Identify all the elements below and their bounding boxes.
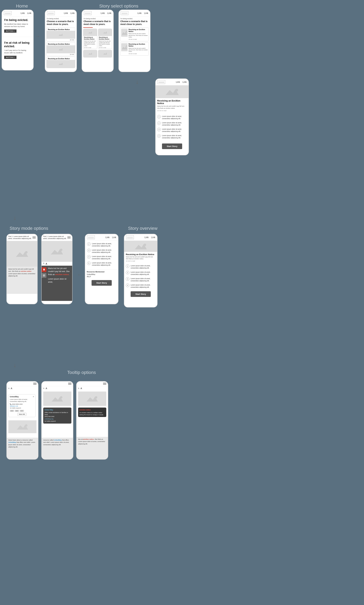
- font-size-large[interactable]: A: [46, 263, 47, 265]
- toc2-text3: Lorem ipsum dolor sit amet, consectetur …: [131, 277, 156, 282]
- grid-card4[interactable]: [98, 50, 112, 57]
- dark-tooltip-website[interactable]: unitedway.org: [44, 418, 70, 420]
- tooltip-phone2-font-small[interactable]: A: [43, 388, 44, 389]
- dark-tooltip-phone: (404) 555-2000: [44, 416, 70, 418]
- tooltip-phone2-fontsize-row: A A: [42, 386, 73, 390]
- tooltip-card1-website[interactable]: Website Link: [10, 405, 34, 407]
- font-size-small[interactable]: A: [43, 263, 44, 265]
- tooltip-phone1-blue-link[interactable]: UnitedWay: [8, 441, 16, 443]
- toc2-item1: 1 Lorem ipsum dolor sit amet, consectetu…: [126, 264, 156, 269]
- tooltip-phone1-font-small[interactable]: A: [8, 388, 10, 389]
- svg-point-2: [62, 63, 63, 64]
- overlay-bookmark-icon[interactable]: [42, 267, 46, 272]
- story-phone1-link2[interactable]: Link: [70, 12, 75, 14]
- grid-card2-img: [98, 29, 112, 36]
- card1-time: 16 min: [47, 39, 75, 41]
- tooltip-phone1-bottom: Maria hears about a resource called Unit…: [7, 438, 38, 459]
- story-overview-start-btn[interactable]: Start Story: [162, 144, 182, 149]
- home-btn2[interactable]: BUTTON 1: [4, 56, 16, 59]
- resource1[interactable]: UnitedWay: [87, 273, 117, 275]
- tooltip-phone1-text1: Maria hears about a resource called: [8, 439, 33, 441]
- toc3-item5: 5 Lorem ipsum dolor sit amet, consectetu…: [87, 262, 116, 266]
- tooltip-card1-close[interactable]: ✕: [33, 396, 34, 398]
- story-mode1-bottom: Maria lost her job and couldn't pay full…: [7, 267, 37, 294]
- tooltip-card1-lang: Se hable espanol.: [10, 407, 34, 409]
- tooltip-phone1-font-large[interactable]: A: [11, 387, 12, 390]
- home-btn1[interactable]: BUTTON 1: [4, 29, 16, 33]
- tooltip-phone1-fontsize-row: A A: [7, 386, 38, 390]
- tooltip-tag1: label: [10, 410, 14, 412]
- story-overview2-start-btn[interactable]: Start Story: [131, 291, 151, 297]
- card3-img: [47, 60, 75, 68]
- story-overview-nav-links: Link Link: [176, 81, 187, 83]
- story-card-list3[interactable]: Receiving an Evcition Notice: [46, 57, 75, 68]
- grid-card1[interactable]: Receiving an Evcition Notice Maria lost …: [83, 29, 97, 49]
- large-card2-title: Receiving an Evcition Notice: [129, 43, 148, 47]
- story-mode3-toc: 2 Lorem ipsum dolor sit amet, consectetu…: [85, 241, 118, 270]
- word-tooltip-word: eviciton notice: [79, 409, 105, 411]
- story-phone3-link2[interactable]: Link: [144, 12, 148, 14]
- story-overview-nav: Link Link: [156, 79, 189, 85]
- large-card2[interactable]: Receiving an Evcition Notice Maria lost …: [120, 42, 149, 55]
- home-nav-link1[interactable]: Link: [21, 12, 25, 14]
- toc3-text2: Lorem ipsum dolor sit amet, consectetur …: [92, 242, 116, 247]
- tooltip-phone1-bg-img: [8, 420, 37, 433]
- toc-num4: 4: [157, 134, 161, 138]
- grid-card2-desc: Maria lost her job and couldn't pay full…: [98, 40, 112, 47]
- story-phone3-link1[interactable]: Link: [138, 12, 142, 14]
- tooltip-tag2: label: [15, 410, 19, 412]
- story-overview2-link1[interactable]: Link: [144, 236, 149, 239]
- story-overview2-desc: Maria lost her job and couldn't pay full…: [126, 256, 156, 260]
- story-card-list1[interactable]: Receiving an Evcition Notice 16 min: [46, 27, 75, 41]
- story-mode2-overlay-bottom: Lorem ipsum dolor sit amet,: [48, 277, 71, 284]
- story-phone2-nav-links: Link Link: [101, 12, 111, 14]
- overlay-note-icon[interactable]: [42, 273, 46, 278]
- tooltip-phone2-hamburger[interactable]: [68, 383, 71, 385]
- tooltip-phone3-hamburger[interactable]: [103, 383, 106, 385]
- story-overview2-info: Receiving an Evcition Notice Maria lost …: [124, 252, 157, 264]
- tooltip-phone2-blue-link[interactable]: UnitedWay: [54, 439, 62, 441]
- toc-text1: Lorem ipsum dolor sit amet, consectetur …: [162, 115, 187, 120]
- story-overview-desc: Maria lost her job and couldn't pay full…: [157, 105, 187, 109]
- svg-point-3: [91, 32, 92, 32]
- story-overview2-img: [124, 241, 157, 252]
- story-mode2-hamburger[interactable]: [67, 237, 71, 238]
- story-phone2-link2[interactable]: Link: [107, 12, 111, 14]
- toc2-num3: 3: [126, 277, 129, 281]
- story-mode1-hamburger[interactable]: [32, 237, 36, 238]
- story-mode3-start-btn[interactable]: Start Story: [91, 280, 112, 286]
- story-overview-section-label: Story overview: [128, 226, 157, 231]
- tooltip-phone3-font-small[interactable]: A: [78, 388, 79, 389]
- home-nav-link2[interactable]: Link: [27, 12, 31, 14]
- story-mode3-nav: Link Link: [85, 234, 118, 241]
- story-phone2-link1[interactable]: Link: [101, 12, 105, 14]
- svg-point-0: [62, 34, 63, 35]
- section2-down-arrow: ↓: [13, 215, 16, 221]
- resource2[interactable]: AVLF: [87, 276, 117, 277]
- story-mode3-link2[interactable]: Link: [112, 236, 116, 239]
- large-card1[interactable]: Receiving an Evcition Notice Maria lost …: [120, 27, 149, 41]
- story-mode2-header: Part 1: Lorem ipsum dolor sit amet, cons…: [42, 234, 72, 241]
- story-mode2-part-header: Part 1: Lorem ipsum dolor sit amet, cons…: [43, 236, 67, 239]
- tooltip-card1-more-btn[interactable]: More Info: [17, 413, 26, 416]
- grid-card2[interactable]: Receiving an Evcition Notice Maria lost …: [98, 29, 112, 49]
- story-mode-section-label: Story mode options: [10, 226, 48, 231]
- story-overview-link2[interactable]: Link: [182, 81, 187, 83]
- story-mode1-img: [7, 241, 37, 267]
- dark-tooltip-lang: Se habla espanol.: [44, 420, 70, 422]
- svg-point-4: [106, 32, 107, 32]
- story-phone1-link1[interactable]: Link: [64, 12, 68, 14]
- story-overview2-time: 16 min to read: [126, 260, 156, 262]
- story-select-phone3: Link Link I'm being evcited. Choose a sc…: [118, 10, 150, 72]
- story-mode-phone3: Link Link 2 Lorem ipsum dolor sit amet, …: [85, 234, 118, 304]
- story-overview-link1[interactable]: Link: [176, 81, 180, 83]
- tooltip-phone2-font-large[interactable]: A: [46, 387, 47, 390]
- story-card-list2[interactable]: Receiving an Evcition Notice 16 min: [46, 42, 75, 56]
- story-mode3-link1[interactable]: Link: [105, 236, 110, 239]
- story-phone2-redbar: [83, 27, 93, 28]
- tooltip-phone3-font-large[interactable]: A: [80, 387, 82, 390]
- grid-card3[interactable]: [83, 50, 97, 57]
- story-mode2-overlay-text: Maria lost her job and couldn't pay full…: [48, 267, 71, 276]
- story-overview2-link2[interactable]: Link: [151, 236, 155, 239]
- tooltip-phone1-hamburger[interactable]: [33, 383, 37, 385]
